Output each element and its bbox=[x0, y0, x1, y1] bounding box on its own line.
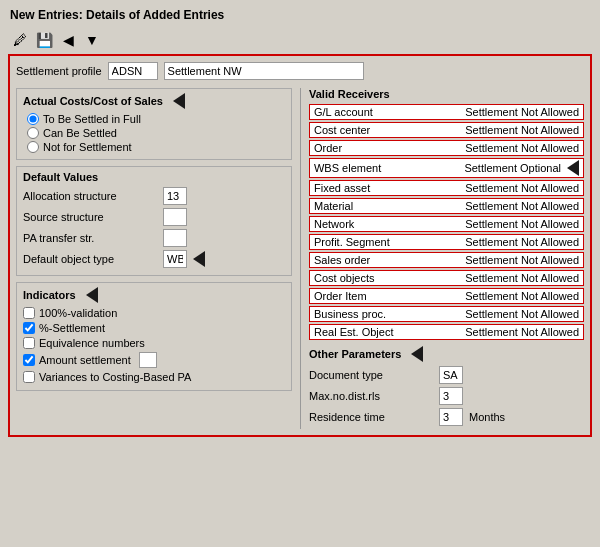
vr-profit-segment-value: Settlement Not Allowed bbox=[465, 236, 579, 248]
radio-to-be-settled: To Be Settled in Full bbox=[27, 113, 285, 125]
allocation-structure-label: Allocation structure bbox=[23, 190, 163, 202]
amount-settlement-value[interactable] bbox=[139, 352, 157, 368]
valid-receivers-table: G/L account Settlement Not Allowed Cost … bbox=[309, 104, 584, 340]
checkbox-pct-settlement: %-Settlement bbox=[23, 322, 285, 334]
other-parameters-section: Other Parameters Document type Max.no.di… bbox=[309, 346, 584, 426]
radio-can-be-settled-input[interactable] bbox=[27, 127, 39, 139]
document-type-row: Document type bbox=[309, 366, 584, 384]
radio-to-be-settled-input[interactable] bbox=[27, 113, 39, 125]
checkbox-equivalence: Equivalence numbers bbox=[23, 337, 285, 349]
max-dist-rls-row: Max.no.dist.rls bbox=[309, 387, 584, 405]
vr-cost-center: Cost center Settlement Not Allowed bbox=[309, 122, 584, 138]
settlement-profile-code[interactable] bbox=[108, 62, 158, 80]
vr-profit-segment: Profit. Segment Settlement Not Allowed bbox=[309, 234, 584, 250]
residence-time-unit: Months bbox=[469, 411, 505, 423]
vr-gl-account: G/L account Settlement Not Allowed bbox=[309, 104, 584, 120]
max-dist-rls-label: Max.no.dist.rls bbox=[309, 390, 439, 402]
vr-cost-objects-label: Cost objects bbox=[314, 272, 465, 284]
default-values-section: Default Values Allocation structure Sour… bbox=[16, 166, 292, 276]
vr-order-item-value: Settlement Not Allowed bbox=[465, 290, 579, 302]
max-dist-rls-input[interactable] bbox=[439, 387, 463, 405]
vr-material: Material Settlement Not Allowed bbox=[309, 198, 584, 214]
radio-not-for-settlement-input[interactable] bbox=[27, 141, 39, 153]
vr-sales-order: Sales order Settlement Not Allowed bbox=[309, 252, 584, 268]
valid-receivers-header: Valid Receivers bbox=[309, 88, 584, 100]
checkbox-pct-settlement-input[interactable] bbox=[23, 322, 35, 334]
vr-material-label: Material bbox=[314, 200, 465, 212]
source-structure-input[interactable] bbox=[163, 208, 187, 226]
checkbox-amount-settlement-label: Amount settlement bbox=[39, 354, 131, 366]
residence-time-label: Residence time bbox=[309, 411, 439, 423]
vr-business-proc-value: Settlement Not Allowed bbox=[465, 308, 579, 320]
default-values-title: Default Values bbox=[23, 171, 98, 183]
checkbox-amount-settlement-input[interactable] bbox=[23, 354, 35, 366]
vr-order-value: Settlement Not Allowed bbox=[465, 142, 579, 154]
wbs-arrow bbox=[567, 160, 579, 176]
default-object-type-label: Default object type bbox=[23, 253, 163, 265]
back-icon[interactable]: ◀ bbox=[58, 30, 78, 50]
vr-fixed-asset-value: Settlement Not Allowed bbox=[465, 182, 579, 194]
vr-sales-order-value: Settlement Not Allowed bbox=[465, 254, 579, 266]
settlement-profile-name[interactable] bbox=[164, 62, 364, 80]
vr-fixed-asset: Fixed asset Settlement Not Allowed bbox=[309, 180, 584, 196]
exit-icon[interactable]: ▼ bbox=[82, 30, 102, 50]
vr-network-value: Settlement Not Allowed bbox=[465, 218, 579, 230]
other-params-arrow bbox=[411, 346, 423, 362]
checkbox-equivalence-label: Equivalence numbers bbox=[39, 337, 145, 349]
default-values-header: Default Values bbox=[23, 171, 285, 183]
vr-cost-center-value: Settlement Not Allowed bbox=[465, 124, 579, 136]
indicators-section: Indicators 100%-validation %-Settlement … bbox=[16, 282, 292, 391]
default-object-type-input[interactable] bbox=[163, 250, 187, 268]
indicators-title: Indicators bbox=[23, 289, 76, 301]
vr-real-est-value: Settlement Not Allowed bbox=[465, 326, 579, 338]
vr-cost-objects: Cost objects Settlement Not Allowed bbox=[309, 270, 584, 286]
toolbar: 🖉 💾 ◀ ▼ bbox=[4, 28, 596, 54]
vr-material-value: Settlement Not Allowed bbox=[465, 200, 579, 212]
indicators-arrow bbox=[86, 287, 98, 303]
pa-transfer-input[interactable] bbox=[163, 229, 187, 247]
actual-costs-arrow bbox=[173, 93, 185, 109]
other-params-header: Other Parameters bbox=[309, 346, 584, 362]
vr-cost-center-label: Cost center bbox=[314, 124, 465, 136]
checkbox-equivalence-input[interactable] bbox=[23, 337, 35, 349]
checkbox-variances-input[interactable] bbox=[23, 371, 35, 383]
document-type-input[interactable] bbox=[439, 366, 463, 384]
left-column: Actual Costs/Cost of Sales To Be Settled… bbox=[16, 88, 300, 429]
valid-receivers-title: Valid Receivers bbox=[309, 88, 390, 100]
vr-order-item: Order Item Settlement Not Allowed bbox=[309, 288, 584, 304]
document-type-label: Document type bbox=[309, 369, 439, 381]
residence-time-row: Residence time Months bbox=[309, 408, 584, 426]
vr-real-est-label: Real Est. Object bbox=[314, 326, 465, 338]
vr-wbs-element: WBS element Settlement Optional bbox=[309, 158, 584, 178]
vr-order-label: Order bbox=[314, 142, 465, 154]
save-icon[interactable]: 💾 bbox=[34, 30, 54, 50]
change-icon[interactable]: 🖉 bbox=[10, 30, 30, 50]
vr-fixed-asset-label: Fixed asset bbox=[314, 182, 465, 194]
other-params-title: Other Parameters bbox=[309, 348, 401, 360]
right-column: Valid Receivers G/L account Settlement N… bbox=[300, 88, 584, 429]
vr-order: Order Settlement Not Allowed bbox=[309, 140, 584, 156]
vr-network: Network Settlement Not Allowed bbox=[309, 216, 584, 232]
main-content: Settlement profile Actual Costs/Cost of … bbox=[8, 54, 592, 437]
checkbox-100-validation: 100%-validation bbox=[23, 307, 285, 319]
checkbox-variances-label: Variances to Costing-Based PA bbox=[39, 371, 191, 383]
indicators-header: Indicators bbox=[23, 287, 285, 303]
checkbox-100-validation-input[interactable] bbox=[23, 307, 35, 319]
source-structure-row: Source structure bbox=[23, 208, 285, 226]
radio-not-for-settlement: Not for Settlement bbox=[27, 141, 285, 153]
vr-order-item-label: Order Item bbox=[314, 290, 465, 302]
actual-costs-section: Actual Costs/Cost of Sales To Be Settled… bbox=[16, 88, 292, 160]
window: New Entries: Details of Added Entries 🖉 … bbox=[0, 0, 600, 445]
settlement-profile-label: Settlement profile bbox=[16, 65, 102, 77]
vr-cost-objects-value: Settlement Not Allowed bbox=[465, 272, 579, 284]
residence-time-input[interactable] bbox=[439, 408, 463, 426]
pa-transfer-label: PA transfer str. bbox=[23, 232, 163, 244]
allocation-structure-input[interactable] bbox=[163, 187, 187, 205]
actual-costs-header: Actual Costs/Cost of Sales bbox=[23, 93, 285, 109]
radio-can-be-settled: Can Be Settled bbox=[27, 127, 285, 139]
checkbox-pct-settlement-label: %-Settlement bbox=[39, 322, 105, 334]
vr-wbs-value: Settlement Optional bbox=[464, 162, 561, 174]
two-column-layout: Actual Costs/Cost of Sales To Be Settled… bbox=[16, 88, 584, 429]
checkbox-amount-settlement: Amount settlement bbox=[23, 352, 285, 368]
radio-to-be-settled-label: To Be Settled in Full bbox=[43, 113, 141, 125]
